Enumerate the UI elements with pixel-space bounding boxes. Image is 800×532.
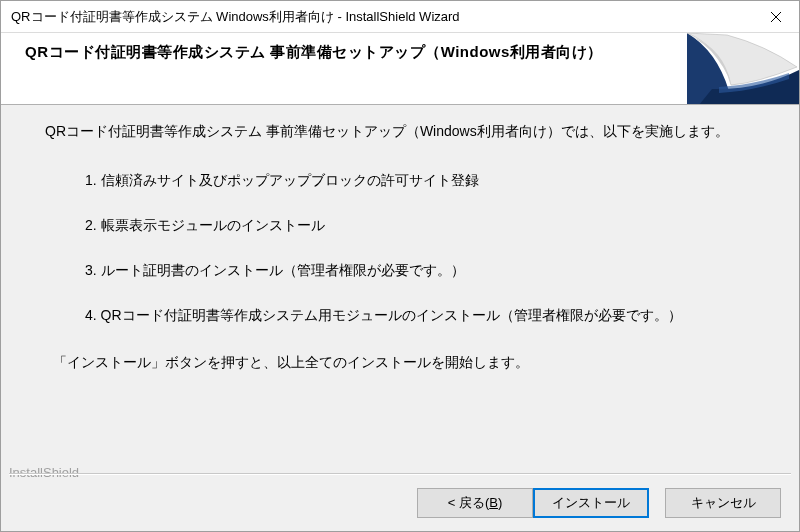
back-button[interactable]: < 戻る(B) [417,488,533,518]
page-title: QRコード付証明書等作成システム 事前準備セットアップ（Windows利用者向け… [25,43,779,62]
window-title: QRコード付証明書等作成システム Windows利用者向け - InstallS… [11,8,460,26]
nav-button-group: < 戻る(B) インストール [417,488,649,518]
page-curl-graphic [669,33,799,105]
close-icon [771,12,781,22]
cancel-button[interactable]: キャンセル [665,488,781,518]
instruction-text: 「インストール」ボタンを押すと、以上全てのインストールを開始します。 [53,352,769,373]
list-item: 3. ルート証明書のインストール（管理者権限が必要です。） [85,260,769,281]
titlebar: QRコード付証明書等作成システム Windows利用者向け - InstallS… [1,1,799,33]
button-bar: < 戻る(B) インストール キャンセル [1,475,799,531]
list-item: 1. 信頼済みサイト及びポップアップブロックの許可サイト登録 [85,170,769,191]
wizard-header: QRコード付証明書等作成システム 事前準備セットアップ（Windows利用者向け… [1,33,799,105]
close-button[interactable] [753,1,799,32]
install-button[interactable]: インストール [533,488,649,518]
separator [1,473,799,475]
installer-window: QRコード付証明書等作成システム Windows利用者向け - InstallS… [0,0,800,532]
intro-text: QRコード付証明書等作成システム 事前準備セットアップ（Windows利用者向け… [45,121,769,142]
list-item: 2. 帳票表示モジュールのインストール [85,215,769,236]
list-item: 4. QRコード付証明書等作成システム用モジュールのインストール（管理者権限が必… [85,305,769,326]
content-area: QRコード付証明書等作成システム 事前準備セットアップ（Windows利用者向け… [1,105,799,461]
steps-list: 1. 信頼済みサイト及びポップアップブロックの許可サイト登録 2. 帳票表示モジ… [85,170,769,326]
